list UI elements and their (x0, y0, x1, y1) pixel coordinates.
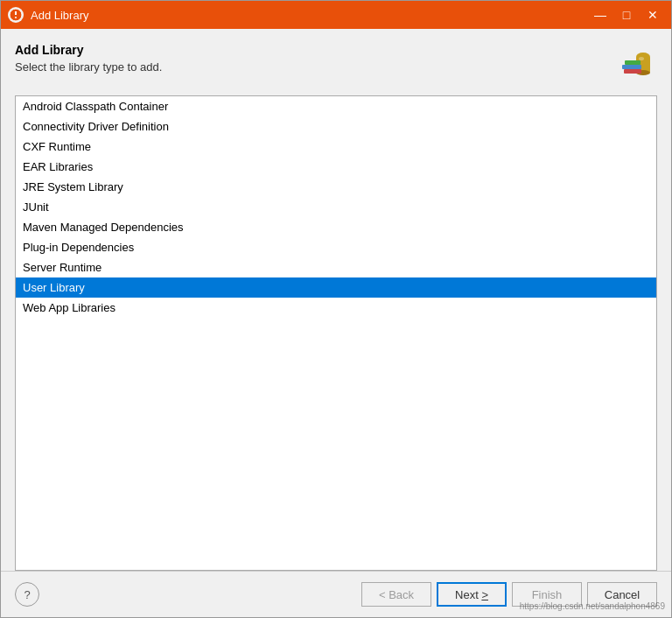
svg-rect-6 (624, 69, 641, 74)
header-text: Add Library Select the library type to a… (15, 43, 615, 74)
list-item[interactable]: Web App Libraries (16, 298, 656, 318)
list-item[interactable]: Connectivity Driver Definition (16, 116, 656, 137)
list-item[interactable]: Plug-in Dependencies (16, 237, 656, 257)
list-item[interactable]: CXF Runtime (16, 137, 656, 157)
svg-rect-7 (622, 65, 641, 69)
maximize-button[interactable]: □ (615, 6, 638, 24)
list-item[interactable]: Android Classpath Container (16, 96, 656, 116)
watermark: https://blog.csdn.net/sandalphon4869 (520, 601, 665, 611)
library-list[interactable]: Android Classpath ContainerConnectivity … (15, 95, 657, 571)
help-button[interactable]: ? (15, 582, 39, 607)
window-title: Add Library (31, 9, 589, 22)
window-controls: — □ ✕ (589, 6, 664, 24)
list-item[interactable]: EAR Libraries (16, 157, 656, 177)
svg-point-2 (15, 17, 17, 18)
content-area: Add Library Select the library type to a… (1, 29, 671, 571)
header-icon (615, 43, 657, 85)
page-subtitle: Select the library type to add. (15, 60, 615, 74)
list-item[interactable]: Maven Managed Dependencies (16, 217, 656, 237)
minimize-button[interactable]: — (589, 6, 612, 24)
header-section: Add Library Select the library type to a… (15, 43, 657, 85)
back-button[interactable]: < Back (361, 582, 431, 607)
next-label: Next > (455, 588, 488, 601)
close-button[interactable]: ✕ (641, 6, 664, 24)
list-item[interactable]: JRE System Library (16, 177, 656, 197)
app-icon (8, 7, 24, 23)
svg-rect-8 (625, 60, 640, 65)
list-item[interactable]: User Library (16, 277, 656, 298)
books-icon (617, 45, 655, 83)
svg-point-9 (639, 57, 644, 60)
title-bar: Add Library — □ ✕ (1, 1, 671, 29)
add-library-window: Add Library — □ ✕ Add Library Select the… (0, 0, 672, 618)
next-button[interactable]: Next > (437, 582, 507, 607)
page-title: Add Library (15, 43, 615, 57)
list-item[interactable]: JUnit (16, 197, 656, 217)
list-item[interactable]: Server Runtime (16, 257, 656, 277)
